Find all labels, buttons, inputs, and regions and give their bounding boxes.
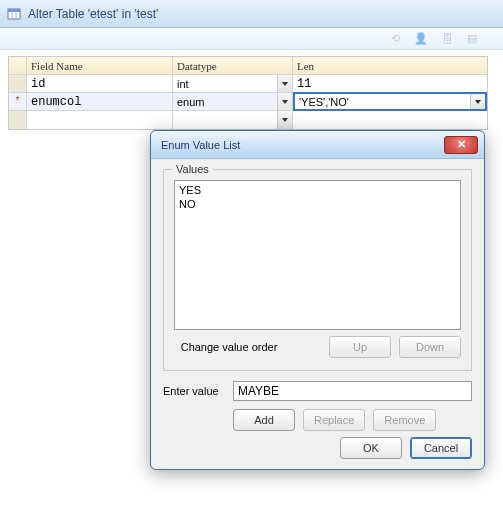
chevron-down-icon — [282, 82, 288, 86]
cell-len[interactable]: 11 — [293, 75, 487, 92]
list-item[interactable]: YES — [179, 183, 456, 197]
remove-button[interactable]: Remove — [373, 409, 436, 431]
cell-field-name[interactable] — [27, 111, 173, 129]
header-len[interactable]: Len — [293, 57, 487, 74]
cell-len[interactable]: 'YES','NO' — [293, 92, 487, 111]
dialog-body: Values YES NO Change value order Up Down… — [151, 159, 484, 469]
enter-value-input[interactable] — [233, 381, 472, 401]
toolbar-glyph: 🗄 — [442, 33, 453, 45]
grid-row[interactable] — [9, 111, 487, 129]
row-gutter — [9, 75, 27, 92]
grid-row[interactable]: * enumcol enum 'YES','NO' — [9, 93, 487, 111]
close-button[interactable]: ✕ — [444, 136, 478, 154]
dialog-title: Enum Value List — [161, 139, 240, 151]
toolbar-glyph: 👤 — [414, 32, 428, 45]
grid-gutter-header — [9, 57, 27, 74]
window-titlebar: Alter Table 'etest' in 'test' — [0, 0, 503, 28]
values-group-label: Values — [172, 163, 213, 175]
list-item[interactable]: NO — [179, 197, 456, 211]
header-datatype[interactable]: Datatype — [173, 57, 293, 74]
datatype-dropdown-button[interactable] — [277, 93, 292, 110]
toolbar-glyph: ⟲ — [391, 32, 400, 45]
datatype-dropdown-button[interactable] — [277, 111, 292, 129]
cell-datatype[interactable] — [173, 111, 293, 129]
cell-datatype-text: enum — [177, 96, 205, 108]
cancel-button[interactable]: Cancel — [410, 437, 472, 459]
chevron-down-icon — [282, 118, 288, 122]
columns-grid: Field Name Datatype Len id int 11 * enum… — [8, 56, 488, 130]
grid-header-row: Field Name Datatype Len — [9, 57, 487, 75]
row-gutter — [9, 111, 27, 129]
cell-field-name[interactable]: enumcol — [27, 93, 173, 110]
values-listbox[interactable]: YES NO — [174, 180, 461, 330]
add-button[interactable]: Add — [233, 409, 295, 431]
window-title: Alter Table 'etest' in 'test' — [28, 7, 158, 21]
dialog-titlebar[interactable]: Enum Value List ✕ — [151, 131, 484, 159]
cell-datatype[interactable]: enum — [173, 93, 293, 110]
len-dropdown-button[interactable] — [470, 94, 485, 109]
order-label: Change value order — [174, 341, 284, 353]
enter-value-label: Enter value — [163, 385, 225, 397]
enum-value-list-dialog: Enum Value List ✕ Values YES NO Change v… — [150, 130, 485, 470]
close-icon: ✕ — [457, 138, 466, 151]
grid-row[interactable]: id int 11 — [9, 75, 487, 93]
chevron-down-icon — [282, 100, 288, 104]
values-group: Values YES NO Change value order Up Down — [163, 169, 472, 371]
cell-len-text: 'YES','NO' — [299, 96, 349, 108]
toolbar-strip: ⟲ 👤 🗄 ▤ — [0, 28, 503, 50]
chevron-down-icon — [475, 100, 481, 104]
row-gutter: * — [9, 93, 27, 110]
cell-len[interactable] — [293, 111, 487, 129]
cell-datatype-text: int — [177, 78, 189, 90]
datatype-dropdown-button[interactable] — [277, 75, 292, 92]
replace-button[interactable]: Replace — [303, 409, 365, 431]
cell-datatype[interactable]: int — [173, 75, 293, 92]
toolbar-glyph: ▤ — [467, 32, 477, 45]
ok-button[interactable]: OK — [340, 437, 402, 459]
svg-rect-1 — [8, 9, 20, 12]
cell-field-name[interactable]: id — [27, 75, 173, 92]
header-field-name[interactable]: Field Name — [27, 57, 173, 74]
up-button[interactable]: Up — [329, 336, 391, 358]
down-button[interactable]: Down — [399, 336, 461, 358]
table-icon — [6, 6, 22, 22]
